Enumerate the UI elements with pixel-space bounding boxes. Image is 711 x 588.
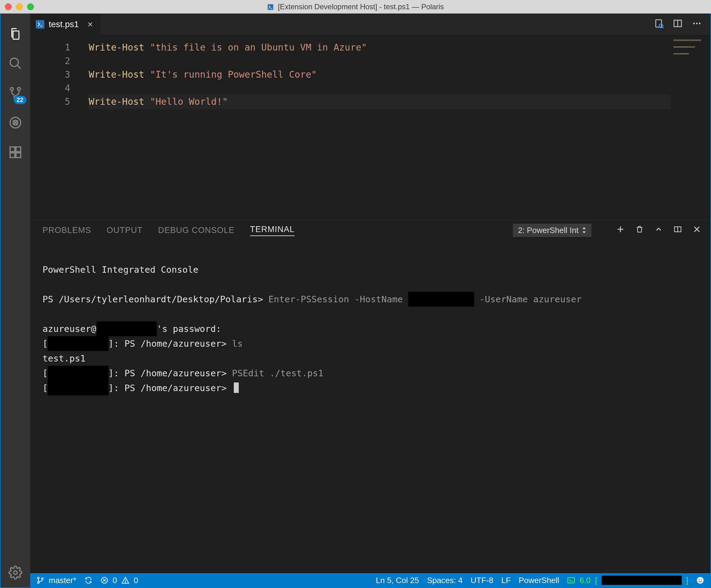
- terminal-line: [xxxxxxxxxxx]: PS /home/azureuser> ls: [43, 338, 243, 349]
- window-title: [Extension Development Host] - test.ps1 …: [0, 2, 711, 11]
- minimize-window-button[interactable]: [16, 3, 23, 10]
- svg-rect-14: [656, 20, 662, 27]
- close-panel-icon[interactable]: [692, 225, 701, 236]
- status-branch[interactable]: master*: [36, 576, 77, 585]
- redacted-session: [602, 576, 682, 585]
- scm-badge: 22: [14, 96, 26, 104]
- source-control-icon[interactable]: 22: [6, 84, 25, 102]
- redacted-host: xxxxxxxxxxx: [48, 336, 108, 351]
- status-sync[interactable]: [84, 576, 92, 584]
- panel-tab-terminal[interactable]: TERMINAL: [250, 225, 295, 236]
- svg-point-30: [38, 582, 39, 583]
- svg-line-16: [663, 27, 664, 28]
- redacted-hostname: xxxxxxxxxxxx: [408, 292, 474, 307]
- redacted-host: xxxxxxxxxxx: [96, 321, 157, 336]
- code-line[interactable]: Write-Host "It's running PowerShell Core…: [89, 68, 670, 81]
- open-changes-icon[interactable]: [654, 19, 664, 30]
- terminal-line: test.ps1: [43, 353, 86, 364]
- status-encoding[interactable]: UTF-8: [471, 576, 494, 585]
- tab-close-icon[interactable]: ×: [87, 19, 93, 29]
- status-language[interactable]: PowerShell: [519, 576, 559, 585]
- window-titlebar: [Extension Development Host] - test.ps1 …: [0, 0, 711, 14]
- more-actions-icon[interactable]: [692, 19, 702, 30]
- tab-test-ps1[interactable]: test.ps1 ×: [30, 14, 101, 35]
- bottom-panel: PROBLEMS OUTPUT DEBUG CONSOLE TERMINAL 2…: [30, 220, 710, 573]
- settings-gear-icon[interactable]: [6, 563, 25, 582]
- editor-tabs: test.ps1 ×: [30, 14, 710, 35]
- svg-point-20: [696, 22, 697, 24]
- line-gutter: 1 2 3 4 5: [30, 41, 83, 108]
- warning-icon: [121, 576, 129, 584]
- panel-tab-problems[interactable]: PROBLEMS: [43, 226, 91, 235]
- svg-point-12: [14, 571, 17, 574]
- svg-line-2: [18, 66, 21, 69]
- svg-point-38: [699, 579, 699, 580]
- main-column: test.ps1 × 1 2 3 4: [30, 14, 710, 587]
- svg-rect-10: [16, 153, 21, 158]
- status-problems[interactable]: 0 0: [101, 576, 138, 585]
- updown-icon: [582, 227, 586, 233]
- code-editor[interactable]: 1 2 3 4 5 Write-Host "this file is on an…: [30, 35, 710, 220]
- explorer-icon[interactable]: [6, 25, 25, 43]
- sync-icon: [84, 576, 92, 584]
- svg-rect-8: [10, 147, 15, 152]
- terminal-line: PowerShell Integrated Console: [43, 265, 198, 275]
- terminal-line: PS /Users/tylerleonhardt/Desktop/Polaris…: [43, 294, 582, 304]
- code-line[interactable]: [89, 81, 670, 95]
- terminal-content[interactable]: PowerShell Integrated Console PS /Users/…: [30, 240, 710, 573]
- tab-label: test.ps1: [49, 19, 79, 29]
- svg-point-3: [10, 87, 14, 90]
- git-branch-icon: [36, 576, 44, 584]
- panel-tab-debug-console[interactable]: DEBUG CONSOLE: [158, 226, 235, 235]
- minimap[interactable]: [673, 39, 707, 64]
- maximize-panel-icon[interactable]: [654, 225, 663, 236]
- terminal-line: [xxxxxxxxxxx]: PS /home/azureuser> PSEdi…: [43, 368, 323, 378]
- zoom-window-button[interactable]: [27, 3, 34, 10]
- status-indentation[interactable]: Spaces: 4: [427, 576, 463, 585]
- powershell-file-icon: [36, 20, 44, 29]
- extensions-icon[interactable]: [6, 143, 25, 162]
- debug-icon[interactable]: [6, 113, 25, 132]
- terminal-cursor: [234, 382, 239, 393]
- split-terminal-icon[interactable]: [673, 225, 682, 236]
- svg-rect-11: [16, 147, 21, 152]
- terminal-line: azureuser@xxxxxxxxxxx's password:: [43, 323, 221, 334]
- powershell-terminal-icon: [567, 576, 575, 584]
- code-line[interactable]: Write-Host "Hello World!": [89, 95, 670, 108]
- terminal-selector[interactable]: 2: PowerShell Int: [513, 224, 591, 237]
- activity-bar: 22: [1, 14, 30, 587]
- redacted-host: xxxxxxxxxxx: [48, 366, 108, 381]
- terminal-line: [xxxxxxxxxxx]: PS /home/azureuser>: [43, 383, 239, 393]
- svg-point-19: [693, 22, 695, 24]
- app-body: 22 test.ps1 ×: [0, 14, 711, 588]
- code-line[interactable]: Write-Host "this file is on an Ubuntu VM…: [89, 41, 670, 54]
- panel-tab-output[interactable]: OUTPUT: [107, 226, 143, 235]
- error-icon: [101, 576, 108, 584]
- svg-point-4: [18, 87, 21, 90]
- split-editor-icon[interactable]: [673, 19, 683, 30]
- svg-point-37: [697, 577, 704, 584]
- code-content[interactable]: Write-Host "this file is on an Ubuntu VM…: [89, 41, 670, 108]
- svg-rect-0: [268, 4, 273, 9]
- status-cursor-position[interactable]: Ln 5, Col 25: [376, 576, 419, 585]
- svg-point-1: [10, 58, 19, 67]
- code-line[interactable]: [89, 54, 670, 68]
- status-eol[interactable]: LF: [501, 576, 511, 585]
- new-terminal-icon[interactable]: [616, 225, 625, 236]
- smiley-icon: [696, 576, 704, 584]
- svg-point-21: [699, 22, 701, 24]
- window-controls: [5, 3, 34, 10]
- svg-point-39: [701, 579, 702, 580]
- close-window-button[interactable]: [5, 3, 12, 10]
- svg-point-35: [125, 582, 126, 583]
- svg-rect-9: [10, 153, 15, 158]
- panel-tabs: PROBLEMS OUTPUT DEBUG CONSOLE TERMINAL 2…: [30, 220, 710, 240]
- status-powershell-version[interactable]: 6.0 [ ]: [567, 576, 688, 585]
- status-bar: master* 0 0 Ln 5, Col 25 Spaces: 4 UTF-8…: [30, 573, 710, 587]
- status-feedback[interactable]: [696, 576, 704, 584]
- svg-point-29: [42, 578, 43, 580]
- redacted-host: xxxxxxxxxxx: [48, 381, 108, 395]
- kill-terminal-icon[interactable]: [635, 225, 644, 236]
- svg-point-28: [38, 577, 39, 579]
- search-icon[interactable]: [6, 54, 25, 73]
